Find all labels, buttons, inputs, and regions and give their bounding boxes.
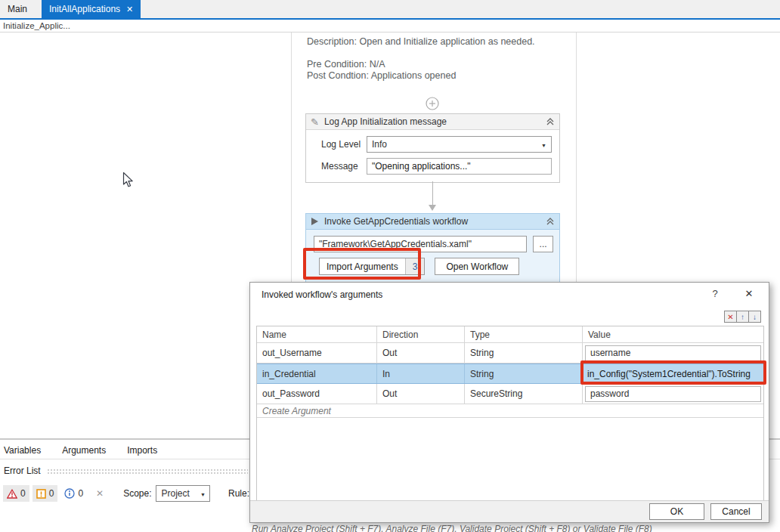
messages-filter-button[interactable]: 0	[60, 485, 87, 502]
rule-label: Rule:	[228, 488, 249, 499]
argument-direction: Out	[377, 343, 465, 363]
argument-value-cell: password	[583, 384, 763, 404]
chevron-down-icon: ▼	[541, 143, 546, 148]
open-workflow-button[interactable]: Open Workflow	[435, 258, 519, 275]
invoke-activity-body: "Framework\GetAppCredentials.xaml" ... I…	[306, 230, 559, 286]
arrow-down-icon	[429, 205, 436, 211]
tab-initallapplications[interactable]: InitAllApplications ✕	[42, 0, 141, 18]
breadcrumb-bar: Initialize_Applic...	[0, 20, 780, 32]
tab-imports[interactable]: Imports	[127, 445, 157, 456]
play-icon	[311, 217, 319, 226]
argument-type: String	[465, 343, 583, 363]
warning-icon	[36, 489, 46, 499]
argument-toolbar: ✕ ↑ ↓	[725, 311, 761, 323]
log-message-icon: ✎	[311, 116, 319, 128]
error-list-toolbar: 0 0 0 ✕ Scope: Project ▼ Rule:	[0, 484, 249, 503]
argument-value-input[interactable]: password	[585, 386, 761, 402]
workflow-path-input[interactable]: "Framework\GetAppCredentials.xaml"	[314, 236, 527, 252]
move-up-button[interactable]: ↑	[736, 311, 749, 323]
error-list-title: Error List	[4, 466, 41, 476]
help-icon[interactable]: ?	[710, 288, 720, 299]
tab-arguments[interactable]: Arguments	[62, 445, 106, 456]
invoked-arguments-dialog: Invoked workflow's arguments ? ✕ ✕ ↑ ↓ N…	[249, 282, 769, 523]
tab-close-icon[interactable]: ✕	[126, 5, 133, 14]
dialog-footer: OK Cancel	[250, 500, 769, 522]
header-value[interactable]: Value	[583, 326, 763, 342]
warnings-filter-button[interactable]: 0	[32, 485, 58, 502]
log-level-label: Log Level	[321, 139, 367, 150]
header-direction[interactable]: Direction	[377, 326, 465, 342]
tab-main-label: Main	[8, 4, 27, 14]
argument-direction: Out	[377, 384, 465, 404]
table-header-row: Name Direction Type Value	[257, 326, 763, 343]
argument-name: out_Username	[257, 343, 377, 363]
argument-name: out_Password	[257, 384, 377, 404]
import-arguments-button[interactable]: Import Arguments 3	[319, 258, 425, 275]
create-argument-row[interactable]: Create Argument	[257, 404, 763, 418]
tab-variables[interactable]: Variables	[4, 445, 41, 456]
tab-main[interactable]: Main	[0, 0, 35, 18]
browse-button[interactable]: ...	[533, 236, 553, 252]
message-input[interactable]: "Opening applications..."	[367, 158, 552, 175]
scope-label: Scope:	[123, 488, 151, 499]
dialog-title: Invoked workflow's arguments	[262, 289, 382, 300]
message-label: Message	[321, 161, 367, 172]
log-level-dropdown[interactable]: Info ▼	[367, 136, 552, 153]
ok-button[interactable]: OK	[649, 503, 704, 520]
cancel-button[interactable]: Cancel	[710, 503, 762, 520]
log-level-value: Info	[372, 139, 387, 150]
move-down-button[interactable]: ↓	[748, 311, 761, 323]
analyzer-status-text: Run Analyze Project (Shift + F7), Analyz…	[252, 524, 773, 532]
breadcrumb[interactable]: Initialize_Applic...	[0, 21, 70, 30]
info-icon	[64, 488, 75, 499]
arguments-table: Name Direction Type Value out_Username O…	[256, 326, 764, 501]
scope-dropdown[interactable]: Project ▼	[156, 485, 210, 502]
log-activity-header[interactable]: ✎ Log App Initialization message	[306, 114, 559, 130]
add-activity-icon[interactable]	[426, 97, 439, 110]
chevron-down-icon: ▼	[200, 492, 206, 497]
document-tab-bar: Main InitAllApplications ✕	[0, 0, 780, 18]
error-count: 0	[20, 488, 26, 499]
error-icon	[7, 489, 17, 499]
invoke-activity-header[interactable]: Invoke GetAppCredentials workflow	[306, 214, 559, 230]
table-row-selected[interactable]: in_Credential In String in_Config("Syste…	[257, 363, 763, 384]
import-arguments-label: Import Arguments	[320, 258, 405, 274]
workflow-annotation: Description: Open and Initialize applica…	[307, 36, 535, 82]
uipath-studio-window: Main InitAllApplications ✕ Initialize_Ap…	[0, 0, 780, 532]
header-name[interactable]: Name	[257, 326, 377, 342]
argument-name: in_Credential	[257, 364, 377, 383]
annotation-post-condition: Post Condtion: Applications opened	[307, 70, 535, 82]
tab-active-label: InitAllApplications	[49, 4, 120, 14]
dialog-titlebar[interactable]: Invoked workflow's arguments ? ✕	[250, 283, 769, 305]
log-message-activity[interactable]: ✎ Log App Initialization message Log Lev…	[305, 113, 560, 183]
argument-value-cell: username	[583, 343, 763, 363]
argument-type: SecureString	[465, 384, 583, 404]
annotation-description: Description: Open and Initialize applica…	[307, 36, 535, 48]
log-activity-body: Log Level Info ▼ Message "Opening applic…	[306, 130, 559, 182]
mouse-cursor	[122, 172, 135, 191]
collapse-icon[interactable]	[546, 117, 555, 126]
info-count: 0	[78, 488, 83, 499]
annotation-pre-condition: Pre Condition: N/A	[307, 59, 535, 70]
error-list-grip-texture	[47, 469, 248, 475]
argument-value-input[interactable]: username	[585, 345, 761, 361]
close-icon[interactable]: ✕	[743, 288, 755, 299]
invoke-workflow-activity[interactable]: Invoke GetAppCredentials workflow "Frame…	[305, 213, 560, 286]
argument-value-input[interactable]: in_Config("System1Credential").ToString	[583, 364, 763, 383]
argument-type: String	[465, 364, 583, 383]
clear-filter-icon[interactable]: ✕	[96, 488, 104, 499]
scope-value: Project	[161, 488, 189, 499]
warning-count: 0	[49, 488, 54, 499]
header-type[interactable]: Type	[465, 326, 583, 342]
delete-argument-button[interactable]: ✕	[724, 311, 737, 323]
table-row[interactable]: out_Password Out SecureString password	[257, 384, 763, 404]
invoke-activity-title: Invoke GetAppCredentials workflow	[324, 216, 540, 227]
table-row[interactable]: out_Username Out String username	[257, 343, 763, 363]
argument-direction: In	[377, 364, 465, 383]
log-activity-title: Log App Initialization message	[324, 116, 540, 127]
errors-filter-button[interactable]: 0	[3, 485, 29, 502]
import-arguments-count-badge: 3	[405, 258, 425, 274]
collapse-icon[interactable]	[546, 217, 555, 226]
